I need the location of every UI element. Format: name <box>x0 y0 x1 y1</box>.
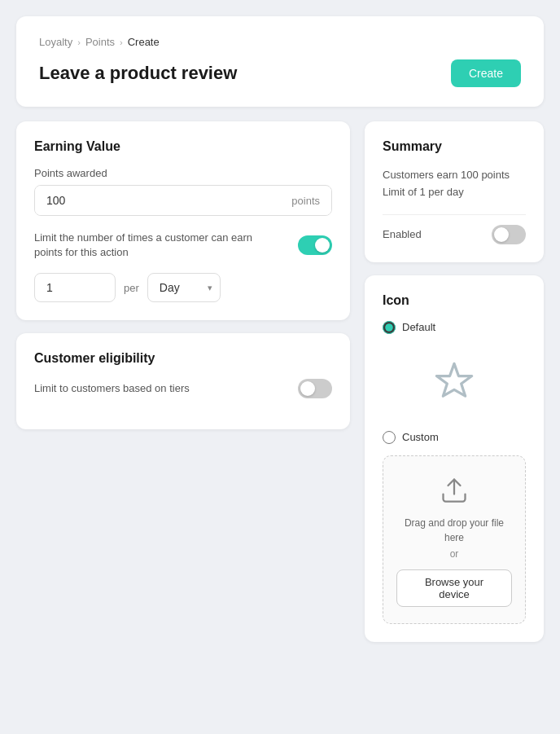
header-card: Loyalty › Points › Create Leave a produc… <box>16 16 544 107</box>
limit-row: per Day Week Month ▾ <box>34 273 332 302</box>
points-input[interactable] <box>35 186 280 215</box>
limit-toggle-slider[interactable] <box>298 235 332 255</box>
upload-icon <box>396 476 512 516</box>
enabled-toggle-slider[interactable] <box>492 225 526 244</box>
points-label: Points awarded <box>34 167 332 179</box>
default-radio-label: Default <box>402 321 435 333</box>
upload-area[interactable]: Drag and drop your file here or Browse y… <box>383 455 526 624</box>
tier-toggle-label: Limit to customers based on tiers <box>34 381 190 396</box>
custom-radio[interactable] <box>383 431 396 444</box>
upload-text: Drag and drop your file here <box>396 516 512 545</box>
earning-value-card: Earning Value Points awarded points Limi… <box>16 121 350 320</box>
chevron-icon-2: › <box>120 37 123 47</box>
period-select[interactable]: Day Week Month <box>147 273 221 302</box>
content-row: Earning Value Points awarded points Limi… <box>16 121 544 642</box>
right-column: Summary Customers earn 100 points Limit … <box>365 121 544 642</box>
enabled-row: Enabled <box>383 225 526 244</box>
custom-radio-row: Custom <box>383 431 526 444</box>
limit-toggle-row: Limit the number of times a customer can… <box>34 231 332 260</box>
star-icon <box>433 360 475 405</box>
tier-toggle-row: Limit to customers based on tiers <box>34 379 332 398</box>
default-radio[interactable] <box>383 321 396 334</box>
limit-toggle-label: Limit the number of times a customer can… <box>34 231 262 260</box>
icon-card: Icon Default Custom <box>365 275 544 642</box>
chevron-icon-1: › <box>77 37 81 47</box>
breadcrumb: Loyalty › Points › Create <box>39 36 521 48</box>
summary-text: Customers earn 100 points Limit of 1 per… <box>383 167 526 201</box>
summary-line1: Customers earn 100 points <box>383 169 510 181</box>
left-column: Earning Value Points awarded points Limi… <box>16 121 350 429</box>
customer-eligibility-title: Customer eligibility <box>34 351 332 366</box>
summary-card: Summary Customers earn 100 points Limit … <box>365 121 544 262</box>
tier-toggle-slider[interactable] <box>298 379 332 398</box>
default-radio-row: Default <box>383 321 526 334</box>
summary-divider <box>383 214 526 215</box>
limit-input[interactable] <box>34 273 116 302</box>
summary-line2: Limit of 1 per day <box>383 186 464 198</box>
earning-value-title: Earning Value <box>34 139 332 154</box>
period-select-wrap: Day Week Month ▾ <box>147 273 221 302</box>
breadcrumb-points[interactable]: Points <box>85 36 115 48</box>
customer-eligibility-card: Customer eligibility Limit to customers … <box>16 333 350 429</box>
per-label: per <box>124 282 139 294</box>
summary-title: Summary <box>383 139 526 154</box>
tier-toggle[interactable] <box>298 379 332 398</box>
icon-title: Icon <box>383 293 526 308</box>
enabled-label: Enabled <box>383 228 422 240</box>
page-title: Leave a product review <box>39 63 237 84</box>
breadcrumb-create: Create <box>128 36 160 48</box>
breadcrumb-loyalty[interactable]: Loyalty <box>39 36 72 48</box>
points-input-group: points <box>34 185 332 216</box>
limit-toggle[interactable] <box>298 235 332 255</box>
page-header: Leave a product review Create <box>39 59 521 87</box>
enabled-toggle[interactable] <box>492 225 526 244</box>
browse-button[interactable]: Browse your device <box>396 569 512 607</box>
points-suffix: points <box>280 187 331 215</box>
upload-or: or <box>396 548 512 560</box>
icon-preview <box>383 345 526 420</box>
custom-radio-label: Custom <box>402 431 439 443</box>
create-button[interactable]: Create <box>451 59 521 87</box>
